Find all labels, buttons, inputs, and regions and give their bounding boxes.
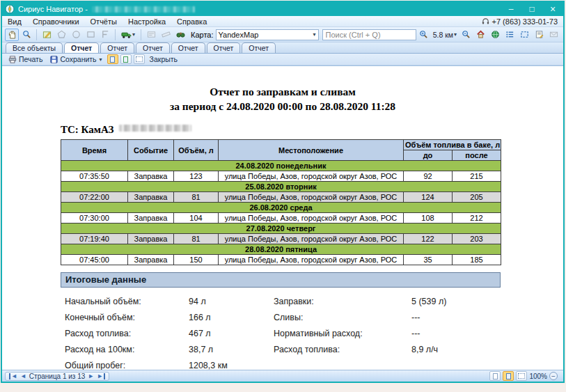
binoculars-icon (176, 30, 185, 39)
map-frame-icon (520, 30, 529, 39)
menu-settings[interactable]: Настройка (123, 17, 171, 26)
table-row[interactable]: 07:19:40 Заправка 81 улица Победы, Азов,… (61, 234, 501, 244)
single-page-icon (110, 56, 115, 63)
zoom-select-button[interactable] (19, 29, 33, 41)
col-header-after: после (453, 150, 501, 161)
card-panel-button[interactable] (144, 29, 158, 41)
cell-volume: 104 (174, 213, 219, 224)
cell-after: 212 (453, 213, 501, 224)
pan-hand-icon (8, 30, 17, 39)
menu-reports[interactable]: Отчёты (85, 17, 123, 26)
close-button[interactable]: × (542, 2, 563, 16)
polygon-tool-button[interactable] (54, 29, 68, 41)
save-button[interactable]: Сохранить ▾ (47, 54, 104, 65)
zoom-out-slider-button[interactable]: − (549, 372, 558, 380)
cell-time: 07:22:00 (61, 192, 128, 203)
last-page-button[interactable]: ► (97, 373, 105, 379)
search-input[interactable] (322, 29, 416, 40)
redacted-vehicle-plate (119, 125, 191, 132)
card-panel-icon (147, 30, 156, 39)
total-label: Расход топлива: (65, 329, 189, 338)
map-provider-select[interactable]: YandexMap ▾ (216, 29, 319, 40)
map-scale-value: 5.8 км (433, 31, 453, 39)
cell-event: Заправка (128, 171, 174, 182)
tab-report-5[interactable]: Отчет (207, 42, 241, 53)
rectangle-tool-button[interactable] (84, 29, 97, 41)
page-indicator: Страница 1 из 13 (29, 373, 86, 380)
menu-help[interactable]: Справка (171, 17, 212, 26)
date-group-row: 25.08.2020 вторник (61, 182, 501, 192)
two-page-view-button[interactable] (120, 54, 132, 64)
tab-report-4[interactable]: Отчет (171, 42, 205, 53)
tab-report-active[interactable]: Отчет (64, 42, 99, 53)
zoom-in-button[interactable] (417, 29, 431, 41)
next-page-button[interactable]: ► (88, 373, 94, 379)
mail-button[interactable] (547, 29, 560, 41)
print-label: Печать (19, 55, 42, 63)
circle-tool-button[interactable] (69, 29, 83, 41)
list-button[interactable] (503, 29, 517, 41)
total-value: 94 л (189, 297, 274, 306)
view-single-button[interactable] (489, 371, 501, 381)
table-row[interactable]: 07:45:00 Заправка 150 улица Победы, Азов… (61, 255, 501, 265)
save-label: Сохранить (60, 55, 96, 63)
total-label: Общий пробег: (65, 361, 189, 370)
map-provider-value: YandexMap (219, 31, 259, 39)
two-page-icon (123, 56, 128, 63)
col-header-tank-volume: Объём топлива в баке, л (404, 140, 501, 150)
zoom-out-button[interactable] (459, 29, 473, 41)
cell-event: Заправка (128, 192, 174, 203)
home-icon (476, 30, 485, 39)
first-page-button[interactable]: ◄ (9, 373, 17, 379)
prev-page-button[interactable]: ◄ (20, 373, 26, 379)
edit-track-icon (42, 30, 52, 39)
group-date: 26.08.2020 среда (61, 203, 501, 213)
table-row[interactable]: 07:22:00 Заправка 81 улица Победы, Азов,… (61, 192, 501, 203)
binoculars-button[interactable] (173, 29, 187, 41)
totals-header: Итоговые данные (61, 272, 501, 288)
cell-location: улица Победы, Азов, городской округ Азов… (219, 234, 404, 244)
fuel-events-table: Время Событие Объём, л Местоположение Об… (61, 139, 501, 265)
minimize-button[interactable]: – (501, 2, 521, 16)
menu-directories[interactable]: Справочники (27, 17, 85, 26)
floppy-disk-icon (50, 56, 58, 63)
tab-report-2[interactable]: Отчет (100, 42, 134, 53)
report-title-block: Отчет по заправкам и сливам за период с … (2, 84, 563, 113)
title-bar: Сириус Навигатор - – □ × (2, 2, 563, 16)
view-multi-button[interactable] (516, 371, 527, 381)
tab-report-3[interactable]: Отчет (136, 42, 170, 53)
total-value: 5 (539 л) (411, 297, 510, 306)
maximize-button[interactable]: □ (521, 2, 542, 16)
edit-track-button[interactable] (40, 29, 54, 41)
support-phone-number: +7 (863) 333-01-73 (492, 17, 558, 26)
page-navigator: ◄ ◄ Страница 1 из 13 ► ► (5, 372, 109, 381)
notes-button[interactable] (532, 29, 546, 41)
toolbar-separator (115, 29, 116, 40)
ruler-button[interactable] (159, 29, 173, 41)
globe-button[interactable] (488, 29, 502, 41)
support-phone: +7 (863) 333-01-73 (482, 17, 563, 26)
tab-all-objects[interactable]: Все объекты (6, 42, 63, 53)
menu-view[interactable]: Вид (2, 17, 27, 26)
map-frame-button[interactable] (517, 29, 531, 41)
page-icon (493, 373, 498, 379)
close-report-button[interactable]: Закрыть (147, 54, 180, 65)
table-row[interactable]: 07:30:00 Заправка 104 улица Победы, Азов… (61, 213, 501, 224)
corridor-tool-button[interactable] (98, 29, 112, 41)
pan-hand-button[interactable] (5, 29, 19, 41)
view-fit-button[interactable] (503, 371, 514, 381)
cell-volume: 81 (174, 192, 219, 203)
vehicle-menu-button[interactable]: ▾ (118, 29, 138, 41)
table-row[interactable]: 07:35:50 Заправка 123 улица Победы, Азов… (61, 171, 501, 182)
fit-width-view-button[interactable] (134, 54, 145, 64)
list-icon (505, 30, 514, 39)
tab-report-6[interactable]: Отчет (242, 42, 276, 53)
polygon-icon (57, 30, 66, 39)
chevron-down-icon: ▾ (132, 31, 135, 38)
single-page-view-button[interactable] (107, 54, 118, 64)
map-scale-select[interactable]: 5.8 км ▾ (432, 31, 458, 39)
chevron-down-icon: ▾ (313, 31, 315, 38)
home-button[interactable] (473, 29, 487, 41)
toolbar-separator (36, 29, 37, 40)
print-button[interactable]: Печать (6, 54, 45, 65)
